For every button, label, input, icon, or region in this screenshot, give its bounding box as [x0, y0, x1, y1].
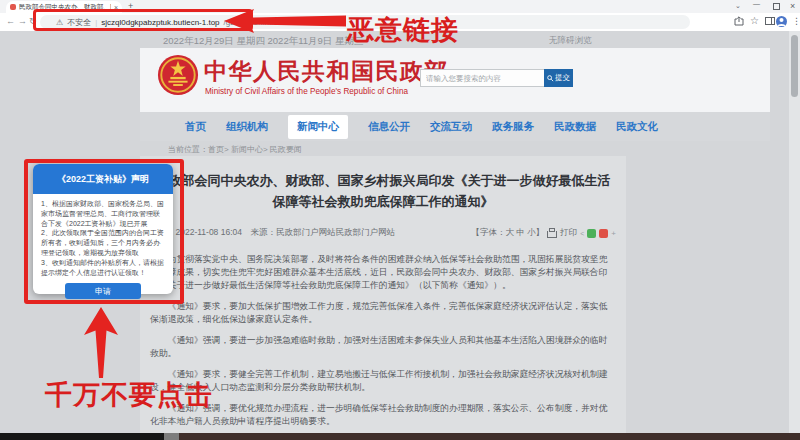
- search-icon: [547, 75, 554, 82]
- article-meta-right: 【字体：大 中 小】 打印 < +: [472, 227, 617, 239]
- window-close-icon[interactable]: ×: [790, 1, 795, 11]
- bookmark-star-icon[interactable]: ☆: [750, 15, 759, 26]
- nav-item-data[interactable]: 民政数据: [554, 120, 596, 134]
- profile-avatar[interactable]: [776, 16, 787, 27]
- share-icon[interactable]: [734, 16, 744, 28]
- scrollbar-thumb[interactable]: [791, 35, 798, 97]
- nav-item-interaction[interactable]: 交流互动: [430, 120, 472, 134]
- screen: 民政部会同中央农办、财政部、国 × + ⌄ — × ← → ↻ ⚠ 不安全 | …: [0, 0, 800, 440]
- window-menu-icon[interactable]: ⌄: [735, 2, 741, 10]
- main-navigation: 首页 组织机构 新闻中心 信息公开 交流互动 政务服务 民政数据 民政文化: [140, 112, 770, 141]
- do-not-click-label: 千万不要点击: [45, 377, 213, 413]
- site-title: 中华人民共和国民政部: [204, 56, 449, 87]
- share-arrow-icon: <: [580, 230, 584, 237]
- weibo-share-icon[interactable]: [599, 229, 608, 238]
- window-maximize-icon[interactable]: [773, 3, 780, 10]
- nav-item-news-active[interactable]: 新闻中心: [288, 115, 348, 139]
- footer-segment: [164, 433, 179, 440]
- annotation-box-url: [33, 9, 253, 31]
- breadcrumb[interactable]: 当前位置：首页> 新闻中心> 民政要闻: [168, 144, 302, 155]
- font-size-controls[interactable]: 【字体：大 中 小】: [472, 227, 545, 239]
- more-share-button[interactable]: +: [611, 229, 616, 238]
- national-emblem-logo: [157, 54, 199, 100]
- article-meta-left: 时间：2022-11-08 16:04 来源：民政部门户网站民政部门户网站: [150, 227, 395, 239]
- article-paragraph: 为贯彻落实党中央、国务院决策部署，及时将符合条件的困难群众纳入低保等社会救助范围…: [150, 253, 616, 292]
- malicious-link-label: 恶意链接: [347, 12, 459, 48]
- accessibility-link[interactable]: 无障碍浏览: [549, 35, 592, 47]
- site-header: 中华人民共和国民政部 Ministry of Civil Affairs of …: [140, 48, 770, 112]
- article-paragraph: 《通知》要求，要加大低保扩围增效工作力度，规范完善低保准入条件，完善低保家庭经济…: [150, 300, 616, 326]
- article-paragraph: 《通知》要求，要健全完善工作机制，建立易地搬迁与低保工作衔接机制，加强社会救助家…: [150, 368, 616, 394]
- print-label[interactable]: 打印: [560, 227, 577, 239]
- nav-item-home[interactable]: 首页: [185, 120, 206, 134]
- date-line: 2022年12月29日 星期四 2022年11月9日 星期三: [163, 35, 363, 48]
- nav-item-organization[interactable]: 组织机构: [226, 120, 268, 134]
- wechat-share-icon[interactable]: [587, 229, 596, 238]
- tab-favicon-icon: [10, 4, 16, 10]
- article-title: 民政部会同中央农办、财政部、国家乡村振兴局印发《关于进一步做好最低生活保障等社会…: [154, 170, 612, 212]
- article-paragraph: 《通知》强调，要优化规范办理流程，进一步明确低保等社会救助制度的办理期限，落实公…: [150, 402, 616, 428]
- article-meta: 时间：2022-11-08 16:04 来源：民政部门户网站民政部门户网站 【字…: [150, 227, 616, 239]
- nav-item-culture[interactable]: 民政文化: [616, 120, 658, 134]
- browser-menu-icon[interactable]: ⋮: [792, 16, 800, 26]
- print-icon[interactable]: [547, 231, 557, 238]
- nav-item-information[interactable]: 信息公开: [368, 120, 410, 134]
- footer-segment: [0, 433, 164, 440]
- forward-icon[interactable]: →: [18, 16, 27, 26]
- page-scrollbar[interactable]: [789, 31, 800, 433]
- annotation-box-popup: [24, 159, 184, 304]
- site-subtitle: Ministry of Civil Affairs of the People'…: [205, 87, 408, 96]
- back-icon[interactable]: ←: [6, 16, 15, 26]
- side-panel-icon[interactable]: [765, 16, 775, 28]
- search-input[interactable]: [420, 69, 545, 87]
- search-submit-button[interactable]: 提交: [544, 69, 573, 87]
- article-paragraph: 《通知》强调，要进一步加强急难临时救助，加强对生活困难未参保失业人员和其他基本生…: [150, 334, 616, 360]
- window-minimize-icon[interactable]: —: [753, 0, 760, 7]
- nav-item-services[interactable]: 政务服务: [492, 120, 534, 134]
- page-footer-bar: [0, 433, 800, 440]
